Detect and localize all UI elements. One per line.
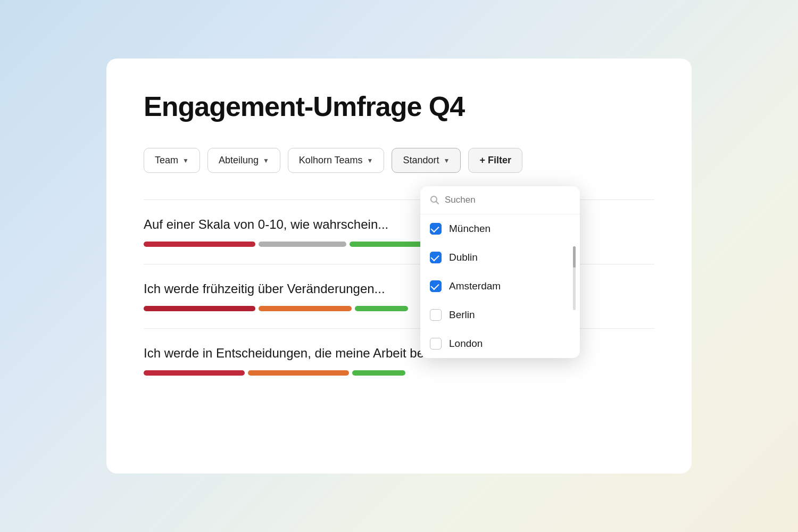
bar-green-2 (355, 306, 408, 311)
standort-dropdown: München Dublin Amsterdam Berlin London (420, 186, 580, 358)
kolhorn-filter-label: Kolhorn Teams (299, 155, 363, 166)
label-berlin: Berlin (449, 309, 475, 321)
bar-gray-1 (259, 242, 346, 247)
svg-line-1 (436, 202, 439, 204)
standort-filter-label: Standort (403, 155, 439, 166)
dropdown-item-dublin[interactable]: Dublin (420, 243, 580, 272)
bar-row-3 (144, 370, 654, 376)
page-title: Engagement-Umfrage Q4 (144, 90, 654, 122)
team-filter-label: Team (155, 155, 178, 166)
checkbox-berlin[interactable] (430, 309, 442, 321)
label-amsterdam: Amsterdam (449, 280, 501, 292)
dropdown-item-amsterdam[interactable]: Amsterdam (420, 272, 580, 301)
dropdown-scrollbar-thumb[interactable] (573, 246, 576, 268)
abteilung-chevron-icon: ▼ (263, 157, 269, 164)
bar-orange-3 (248, 370, 349, 376)
dropdown-search-input[interactable] (445, 195, 570, 205)
checkbox-london[interactable] (430, 338, 442, 350)
label-munchen: München (449, 223, 491, 235)
dropdown-scrollbar-track (573, 246, 576, 310)
filter-bar: Team ▼ Abteilung ▼ Kolhorn Teams ▼ Stand… (144, 148, 654, 173)
dropdown-item-munchen[interactable]: München (420, 214, 580, 243)
checkbox-dublin[interactable] (430, 252, 442, 263)
standort-filter-button[interactable]: Standort ▼ (392, 148, 461, 173)
bar-green-3 (352, 370, 405, 376)
abteilung-filter-label: Abteilung (219, 155, 259, 166)
label-london: London (449, 338, 483, 350)
add-filter-label: + Filter (479, 155, 511, 166)
dropdown-search-area (420, 186, 580, 214)
bar-darkred-2 (144, 306, 255, 311)
bar-orange-2 (259, 306, 352, 311)
checkbox-munchen[interactable] (430, 223, 442, 235)
checkbox-amsterdam[interactable] (430, 280, 442, 292)
bar-red-1 (144, 242, 255, 247)
label-dublin: Dublin (449, 252, 478, 263)
dropdown-item-london[interactable]: London (420, 329, 580, 358)
search-icon (430, 195, 439, 205)
team-filter-button[interactable]: Team ▼ (144, 148, 200, 173)
team-chevron-icon: ▼ (182, 157, 189, 164)
standort-chevron-icon: ▼ (444, 157, 450, 164)
bar-red-3 (144, 370, 245, 376)
dropdown-item-berlin[interactable]: Berlin (420, 301, 580, 329)
kolhorn-chevron-icon: ▼ (367, 157, 373, 164)
add-filter-button[interactable]: + Filter (468, 148, 522, 173)
abteilung-filter-button[interactable]: Abteilung ▼ (207, 148, 280, 173)
kolhorn-filter-button[interactable]: Kolhorn Teams ▼ (288, 148, 385, 173)
main-card: Engagement-Umfrage Q4 Team ▼ Abteilung ▼… (106, 59, 692, 473)
